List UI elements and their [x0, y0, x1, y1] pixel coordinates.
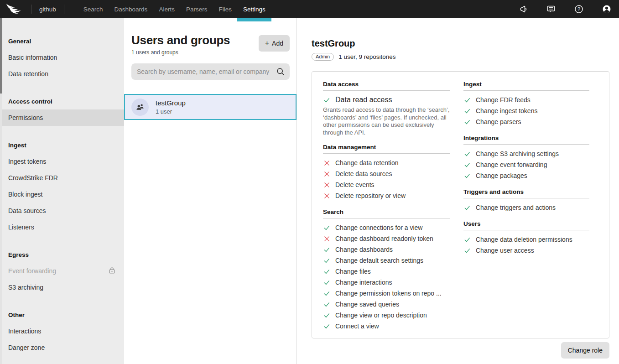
repository-name[interactable]: github: [39, 6, 56, 13]
search-container: [131, 63, 290, 80]
sidebar-item-label: Data retention: [8, 70, 48, 78]
permission-row: Change event forwarding: [463, 159, 589, 170]
permission-label: Change FDR feeds: [476, 96, 531, 104]
permission-label: Change dashboards: [335, 246, 393, 253]
sidebar-item-label: CrowdStrike FDR: [8, 174, 58, 182]
permission-section-title: Ingest: [463, 81, 589, 91]
sidebar-section-title: Other: [0, 307, 124, 323]
group-avatar: [131, 99, 149, 116]
search-input[interactable]: [131, 63, 290, 80]
permission-label: Change permission tokens on repo ...: [335, 290, 442, 297]
permission-label: Delete repository or view: [335, 192, 406, 199]
permission-row: Data read access: [323, 94, 450, 105]
nav-item-search[interactable]: Search: [83, 0, 103, 18]
group-list: testGroup1 user: [124, 94, 296, 120]
crowdstrike-falcon-logo[interactable]: [6, 3, 23, 15]
change-role-button[interactable]: Change role: [561, 342, 609, 359]
sidebar-item-listeners[interactable]: Listeners: [0, 219, 124, 235]
permission-row: Delete repository or view: [323, 190, 450, 201]
feedback-icon[interactable]: [546, 4, 556, 14]
permission-row: Change interactions: [323, 277, 450, 288]
sidebar-item-event-forwarding[interactable]: Event forwarding: [0, 263, 124, 279]
check-icon: [463, 151, 471, 157]
permissions-card: Data accessData read accessGrants read a…: [312, 71, 609, 338]
sidebar-item-crowdstrike-fdr[interactable]: CrowdStrike FDR: [0, 170, 124, 186]
help-icon[interactable]: ?: [574, 4, 584, 14]
sidebar-item-s3-archiving[interactable]: S3 archiving: [0, 279, 124, 296]
check-icon: [463, 172, 471, 179]
sidebar-item-permissions[interactable]: Permissions: [0, 109, 124, 126]
search-icon: [276, 67, 285, 76]
sidebar-section-title: Ingest: [0, 137, 124, 153]
permission-row: Change connections for a view: [323, 222, 450, 233]
nav-item-parsers[interactable]: Parsers: [186, 0, 208, 18]
sidebar-item-interactions[interactable]: Interactions: [0, 323, 124, 339]
permission-section-users: UsersChange data deletion permissionsCha…: [463, 220, 589, 256]
permission-section-title: Integrations: [463, 135, 589, 145]
group-list-item[interactable]: testGroup1 user: [124, 94, 296, 120]
nav-item-alerts[interactable]: Alerts: [159, 0, 175, 18]
permission-row: Change packages: [463, 170, 589, 181]
permission-label: Change parsers: [476, 118, 521, 125]
megaphone-icon[interactable]: [518, 4, 528, 14]
nav-item-label: Files: [218, 6, 232, 13]
permission-label: Change default search settings: [335, 257, 423, 264]
nav-item-label: Alerts: [159, 6, 175, 13]
sidebar-section-title: Access control: [0, 93, 124, 109]
sidebar-item-data-sources[interactable]: Data sources: [0, 203, 124, 219]
detail-footer: Change role: [312, 342, 609, 359]
nav-item-files[interactable]: Files: [218, 0, 232, 18]
sidebar-section-title: General: [0, 33, 124, 49]
permission-description: Grants read access to data through the ‘…: [323, 106, 450, 136]
sidebar-item-danger-zone[interactable]: Danger zone: [0, 339, 124, 356]
permission-label: Change interactions: [335, 279, 392, 286]
permission-row: Change triggers and actions: [463, 202, 589, 213]
add-button[interactable]: + Add: [259, 35, 290, 52]
nav-item-settings[interactable]: Settings: [243, 0, 265, 18]
sidebar-item-label: Permissions: [8, 114, 43, 121]
sidebar-item-label: Interactions: [8, 328, 41, 335]
sidebar-section-general: GeneralBasic informationData retention: [0, 33, 124, 82]
permission-label: Change data retention: [335, 159, 399, 166]
permission-row: Change FDR feeds: [463, 94, 589, 105]
account-icon[interactable]: [602, 4, 612, 14]
permission-label: Change saved queries: [335, 301, 399, 308]
check-icon: [463, 119, 471, 125]
permission-label: Change user access: [476, 247, 534, 254]
app-window: github SearchDashboardsAlertsParsersFile…: [0, 0, 619, 364]
permission-label: Delete events: [335, 181, 375, 188]
permissions-column: Data accessData read accessGrants read a…: [323, 81, 450, 332]
permission-section-integrations: IntegrationsChange S3 archiving settings…: [463, 135, 589, 181]
check-icon: [463, 97, 471, 104]
sidebar-item-ingest-tokens[interactable]: Ingest tokens: [0, 153, 124, 170]
settings-sidebar: GeneralBasic informationData retentionAc…: [0, 18, 124, 364]
check-icon: [323, 246, 330, 253]
check-icon: [323, 312, 330, 319]
sidebar-section-title: Egress: [0, 246, 124, 263]
permission-label: Change files: [335, 268, 371, 275]
sidebar-scrollbar: [0, 18, 2, 364]
sidebar-item-block-ingest[interactable]: Block ingest: [0, 186, 124, 203]
sidebar-item-label: Listeners: [8, 224, 34, 231]
sidebar-item-label: Event forwarding: [8, 267, 56, 275]
sidebar-section-other: OtherInteractionsDanger zone: [0, 307, 124, 356]
sidebar-item-basic-information[interactable]: Basic information: [0, 49, 124, 66]
permission-row: Change ingest tokens: [463, 105, 589, 116]
permission-label: Change data deletion permissions: [476, 236, 572, 243]
permission-section-data-access: Data accessData read accessGrants read a…: [323, 81, 450, 136]
x-icon: [323, 171, 330, 177]
check-icon: [323, 323, 330, 330]
group-user-count: 1 user: [156, 108, 186, 115]
check-icon: [463, 161, 471, 168]
nav-item-dashboards[interactable]: Dashboards: [114, 0, 148, 18]
scrollbar-thumb[interactable]: [0, 18, 2, 94]
permission-row: Change dashboards: [323, 244, 450, 255]
x-icon: [323, 193, 330, 199]
sidebar-item-data-retention[interactable]: Data retention: [0, 66, 124, 82]
x-icon: [323, 182, 330, 188]
group-meta-row: Admin 1 user, 9 repositories: [312, 53, 609, 61]
permission-row: Change dashboard readonly token: [323, 233, 450, 244]
check-icon: [323, 97, 330, 104]
permission-label: Data read access: [335, 96, 392, 104]
permission-row: Connect a view: [323, 321, 450, 332]
